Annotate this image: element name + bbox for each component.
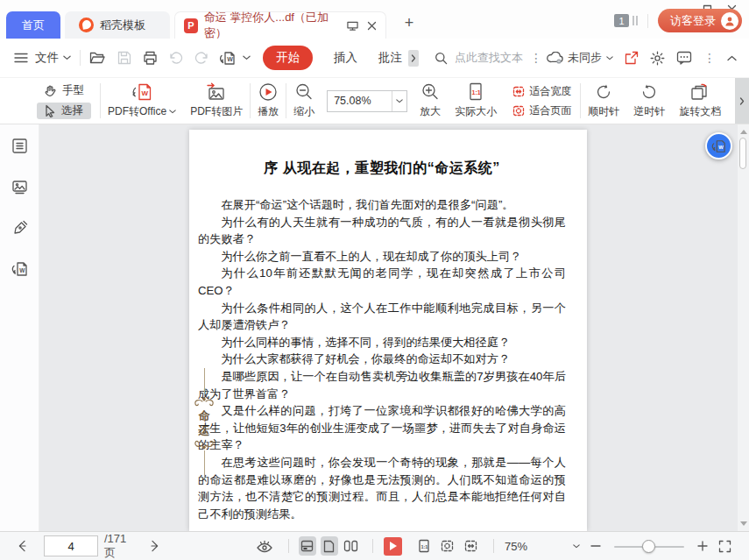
rotate-document-button[interactable]: 旋转文档 <box>672 82 728 119</box>
tab-count-badge[interactable]: 1 <box>614 14 629 27</box>
eye-protection-icon[interactable] <box>256 539 273 554</box>
rotate-counterclockwise-button[interactable]: 逆时针 <box>626 82 672 119</box>
zoom-dropdown-caret[interactable] <box>573 544 580 549</box>
scroll-down-arrow[interactable] <box>740 521 747 526</box>
prev-page-nav-icon[interactable] <box>18 539 32 553</box>
pdf-to-word-panel-icon[interactable]: W <box>7 257 32 281</box>
scrollbar-thumb[interactable] <box>739 138 746 169</box>
fit-width-button[interactable]: 适合宽度 <box>512 84 571 99</box>
select-tool-button[interactable]: 选择 <box>37 103 91 119</box>
actual-size-button[interactable]: 1:1 实际大小 <box>448 82 504 119</box>
tab-home[interactable]: 首页 <box>6 11 60 39</box>
save-icon[interactable] <box>117 51 131 65</box>
tab-strip: 首页 稻壳模板 P 命运 掌控你人...df（已加密） <box>6 11 386 39</box>
zoom-level-combobox[interactable]: 75.08% <box>327 90 407 112</box>
tab-grip-handle[interactable] <box>632 16 638 25</box>
more-menu-icon[interactable]: ⋮ <box>703 51 716 65</box>
document-heading: 序 从现在起，重塑我们的“命运系统” <box>198 159 566 178</box>
fit-width-status-icon[interactable] <box>464 540 477 552</box>
hand-tool-label: 手型 <box>62 83 84 98</box>
pdf-to-image-button[interactable]: PDF转图片 <box>183 82 250 119</box>
rotate-document-label: 旋转文档 <box>679 104 721 119</box>
file-menu[interactable]: 文件 <box>35 50 59 66</box>
single-page-view-button[interactable] <box>321 536 338 556</box>
page-number-input[interactable] <box>44 535 98 556</box>
zoom-slider[interactable] <box>614 540 684 553</box>
document-body: 在展开“命运”这个话题时，我们首先面对的是很多“问题”。 为什么有的人天生就有一… <box>198 196 566 522</box>
reading-layout-view-button[interactable] <box>299 536 316 556</box>
tab-docer-templates[interactable]: 稻壳模板 <box>65 11 170 39</box>
rotate-clockwise-button[interactable]: 顺时针 <box>581 82 626 119</box>
fit-page-button[interactable]: 适合页面 <box>512 103 571 118</box>
feedback-comment-icon[interactable] <box>676 51 692 65</box>
fit-page-label: 适合页面 <box>529 103 571 118</box>
fullscreen-play-button[interactable] <box>384 537 402 556</box>
pdf-to-office-button[interactable]: W PDF转Office <box>101 82 183 119</box>
pdf-to-image-label: PDF转图片 <box>190 104 243 119</box>
zoom-in-button[interactable]: 放大 <box>413 82 448 119</box>
document-paragraph: 在展开“命运”这个话题时，我们首先面对的是很多“问题”。 <box>198 196 566 214</box>
close-tab-icon[interactable] <box>367 21 377 31</box>
ornament-char-bottom: 运 <box>199 423 210 438</box>
annotate-expand-button[interactable] <box>408 50 419 67</box>
vertical-scrollbar[interactable] <box>738 124 749 531</box>
zoom-minus-icon[interactable] <box>590 541 601 551</box>
new-tab-button[interactable]: + <box>399 13 419 32</box>
redo-icon[interactable] <box>194 52 208 64</box>
export-to-word-icon[interactable]: W <box>220 51 236 66</box>
scroll-up-arrow[interactable] <box>740 130 747 134</box>
zoom-slider-handle[interactable] <box>642 540 655 553</box>
two-page-view-button[interactable] <box>343 536 360 556</box>
signature-pen-icon[interactable] <box>7 216 32 240</box>
ribbon-expand-strip[interactable] <box>735 78 749 124</box>
open-file-icon[interactable] <box>89 51 106 65</box>
fullscreen-icon[interactable] <box>718 540 731 553</box>
left-panel-strip: W <box>0 124 39 531</box>
floating-pdf-to-word-button[interactable]: W <box>705 132 732 159</box>
document-paragraph: 又是什么样的问题，打垮了一位家境和学识都很好的哈佛大学的高才生，让他短短3年的创… <box>198 402 566 454</box>
guest-login-button[interactable]: 访客登录 <box>658 9 742 32</box>
sync-status-button[interactable]: 未同步 <box>547 50 613 66</box>
pdf-page[interactable]: 序 从现在起，重塑我们的“命运系统” 在展开“命运”这个话题时，我们首先面对的是… <box>189 130 587 531</box>
search-more-icon[interactable]: ⋮ <box>530 51 542 65</box>
collapse-ribbon-icon[interactable] <box>727 55 737 61</box>
guest-login-label: 访客登录 <box>670 13 716 29</box>
zoom-plus-icon[interactable] <box>697 541 708 551</box>
play-slideshow-button[interactable]: 播放 <box>251 82 286 119</box>
zoom-combobox-caret[interactable] <box>392 91 406 111</box>
plus-icon: + <box>405 14 414 32</box>
thumbnails-panel-icon[interactable] <box>7 174 32 199</box>
document-paragraph: 为什么大家都获得了好机会，你最终的命运却不如对方？ <box>198 351 566 368</box>
tab-annotate[interactable]: 批注 <box>378 50 402 66</box>
play-label: 播放 <box>258 104 279 119</box>
chevron-down-icon[interactable] <box>63 55 71 60</box>
settings-gear-icon[interactable] <box>650 51 665 66</box>
find-text-button[interactable]: 点此查找文本 ⋮ <box>435 50 542 66</box>
hamburger-menu-icon[interactable] <box>14 52 28 64</box>
tab-start[interactable]: 开始 <box>263 46 313 70</box>
print-icon[interactable] <box>143 51 158 65</box>
tab-document[interactable]: P 命运 掌控你人...df（已加密） <box>174 11 386 39</box>
fit-page-status-icon[interactable] <box>441 540 454 552</box>
play-triangle-icon <box>390 542 397 550</box>
document-paragraph: 为什么条件相同的人，这个人在工作中能顺利地完成目标，另一个人却屡遭滑铁卢？ <box>198 300 566 334</box>
chevron-down-icon[interactable] <box>243 55 251 60</box>
zoom-out-label: 缩小 <box>293 104 314 119</box>
docer-icon <box>79 18 94 32</box>
next-page-nav-icon[interactable] <box>145 539 159 553</box>
document-paragraph: 为什么同样的事情，选择不同，得到的结果便大相径庭？ <box>198 334 566 351</box>
hand-tool-button[interactable]: 手型 <box>37 82 91 99</box>
tab-insert[interactable]: 插入 <box>334 50 357 66</box>
undo-icon[interactable] <box>169 52 183 64</box>
zoom-level-value: 75.08% <box>328 91 392 111</box>
document-paragraph: 是哪些原因，让一个在自动售卖机旁边收集瓶盖的7岁男孩在40年后成为了世界首富？ <box>198 368 566 402</box>
ornament-char-top: 命 <box>199 408 210 423</box>
sync-status-label: 未同步 <box>568 50 602 66</box>
share-icon[interactable] <box>625 51 639 65</box>
svg-text:W: W <box>227 56 233 62</box>
outline-panel-icon[interactable] <box>7 133 32 158</box>
present-monitor-icon[interactable] <box>346 20 359 32</box>
zoom-out-button[interactable]: 缩小 <box>286 82 322 119</box>
document-paragraph: 为什么有的人天生就有一种成功的气质，有的人一看就是彻头彻尾的失败者？ <box>198 214 566 248</box>
actual-size-status-icon[interactable]: 1:1 <box>418 539 430 553</box>
